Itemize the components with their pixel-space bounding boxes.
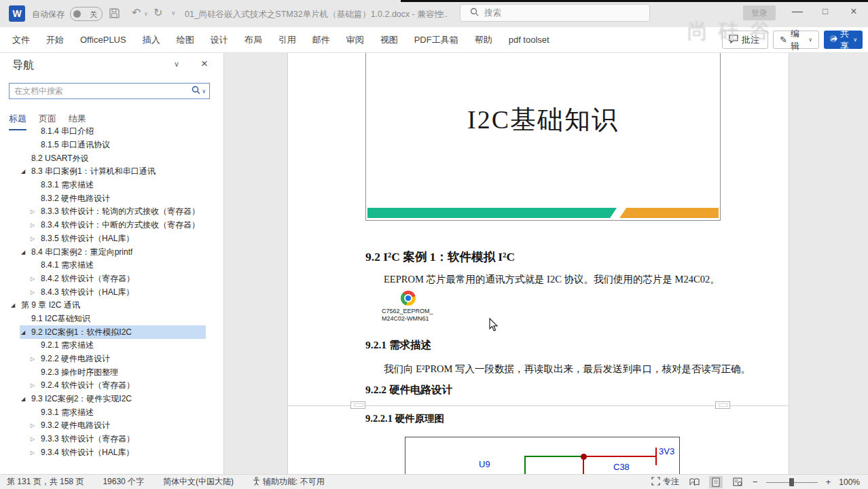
nav-item[interactable]: 9.3.1 需求描述 xyxy=(0,405,224,419)
ribbon-tab[interactable]: 插入 xyxy=(134,27,168,53)
nav-expand-arrow-icon[interactable]: ▷ xyxy=(31,436,41,442)
nav-item[interactable]: 9.2.1 需求描述 xyxy=(0,339,224,352)
ribbon-tab[interactable]: OfficePLUS xyxy=(72,27,134,53)
nav-collapse-arrow-icon[interactable]: ◢ xyxy=(21,168,31,175)
nav-expand-arrow-icon[interactable]: ▷ xyxy=(31,289,41,295)
nav-item[interactable]: ◢9.3 I2C案例2：硬件实现I2C xyxy=(0,393,224,406)
nav-expand-arrow-icon[interactable]: ▷ xyxy=(31,209,41,215)
ribbon-tab[interactable]: 绘图 xyxy=(168,27,202,53)
ribbon-tab[interactable]: 布局 xyxy=(236,27,270,53)
nav-item[interactable]: 8.3.1 需求描述 xyxy=(0,179,224,192)
nav-item[interactable]: ▷9.3.3 软件设计（寄存器） xyxy=(0,433,224,446)
word-app-icon[interactable]: W xyxy=(9,5,25,22)
editing-mode-button[interactable]: ✎ 编辑 ∨ xyxy=(773,31,819,49)
search-input[interactable]: 搜索 xyxy=(460,4,650,22)
title-caret-icon[interactable]: ∨ xyxy=(440,10,445,16)
heading-9-2[interactable]: 9.2 I²C 案例 1：软件模拟 I²C xyxy=(365,249,515,265)
nav-collapse-arrow-icon[interactable]: ◢ xyxy=(11,302,21,308)
read-mode-button[interactable] xyxy=(687,476,701,488)
ribbon-tab[interactable]: 开始 xyxy=(38,27,72,53)
nav-search-input[interactable]: 在文档中搜索 ∨ xyxy=(9,83,210,99)
minimize-button[interactable]: — xyxy=(786,0,809,23)
nav-item-label: 8.3.1 需求描述 xyxy=(41,179,94,191)
nav-item[interactable]: ▷8.4.2 软件设计（寄存器） xyxy=(0,272,224,286)
nav-item[interactable]: ◢8.3 串口案例1：计算机和串口通讯 xyxy=(0,165,224,179)
nav-item[interactable]: 8.1.5 串口通讯协议 xyxy=(0,139,224,152)
login-button[interactable]: 登录 xyxy=(743,5,776,20)
nav-item[interactable]: ▷8.3.4 软件设计：中断的方式接收（寄存器） xyxy=(0,219,224,232)
nav-item[interactable]: 8.3.2 硬件电路设计 xyxy=(0,192,224,205)
nav-item[interactable]: ▷8.4.3 软件设计（HAL库） xyxy=(0,285,224,299)
share-button[interactable]: 共享 ∨ xyxy=(824,31,863,49)
nav-item[interactable]: ▷9.2.4 软件设计（寄存器） xyxy=(0,379,224,393)
nav-search-caret-icon[interactable]: ∨ xyxy=(202,88,206,94)
nav-item[interactable]: ▷8.3.3 软件设计：轮询的方式接收（寄存器） xyxy=(0,205,224,219)
nav-item-label: 8.3.3 软件设计：轮询的方式接收（寄存器） xyxy=(41,206,200,217)
nav-search-icon[interactable] xyxy=(192,85,200,97)
circuit-schematic-image[interactable]: U9 3V3 C38 xyxy=(405,437,680,474)
nav-expand-arrow-icon[interactable]: ▷ xyxy=(31,222,41,228)
print-layout-button[interactable] xyxy=(709,476,723,488)
nav-collapse-icon[interactable]: ∨ xyxy=(174,60,179,69)
nav-item[interactable]: ▷9.3.4 软件设计（HAL库） xyxy=(0,446,224,460)
nav-expand-arrow-icon[interactable]: ▷ xyxy=(31,236,41,242)
ribbon-tab[interactable]: 审阅 xyxy=(338,27,372,53)
paragraph-9-2-1[interactable]: 我们向 E²PROM 写入一段数据，再读取出来，最后发送到串口，核对是否读写正确… xyxy=(384,363,751,376)
comments-button[interactable]: 批注 xyxy=(722,31,768,49)
ribbon-tab[interactable]: 帮助 xyxy=(467,27,501,53)
nav-collapse-arrow-icon[interactable]: ◢ xyxy=(21,329,31,336)
close-button[interactable]: × xyxy=(842,0,865,23)
nav-item[interactable]: 9.2.3 操作时序图整理 xyxy=(0,365,224,379)
nav-item[interactable]: ▷9.2.2 硬件电路设计 xyxy=(0,352,224,366)
page-number-status[interactable]: 第 131 页，共 158 页 xyxy=(7,476,84,488)
autosave-toggle[interactable]: 关 xyxy=(70,7,103,21)
ribbon-tab[interactable]: pdf toolset xyxy=(501,27,558,53)
accessibility-status[interactable]: 辅助功能: 不可用 xyxy=(253,476,325,488)
quick-access-caret-icon[interactable]: ∨ xyxy=(171,10,176,16)
zoom-slider-thumb[interactable] xyxy=(789,478,794,486)
heading-9-2-2[interactable]: 9.2.2 硬件电路设计 xyxy=(365,383,452,397)
nav-close-icon[interactable]: × xyxy=(201,57,208,71)
focus-mode-button[interactable]: 专注 xyxy=(651,476,679,488)
heading-9-2-2-1[interactable]: 9.2.2.1 硬件原理图 xyxy=(365,412,444,425)
nav-expand-arrow-icon[interactable]: ▷ xyxy=(31,422,41,429)
zoom-slider[interactable] xyxy=(766,477,818,487)
redo-icon[interactable]: ↻ xyxy=(153,6,162,19)
undo-icon[interactable]: ↶ xyxy=(132,6,141,19)
zoom-out-button[interactable]: − xyxy=(753,477,758,487)
nav-collapse-arrow-icon[interactable]: ◢ xyxy=(21,249,31,255)
nav-expand-arrow-icon[interactable]: ▷ xyxy=(31,450,41,456)
ribbon-tab[interactable]: 邮件 xyxy=(304,27,338,53)
nav-item[interactable]: ▷8.3.5 软件设计（HAL库） xyxy=(0,232,224,246)
nav-item[interactable]: 8.4.1 需求描述 xyxy=(0,259,224,272)
language-status[interactable]: 简体中文(中国大陆) xyxy=(163,476,234,488)
maximize-button[interactable]: □ xyxy=(814,0,837,23)
word-count-status[interactable]: 19630 个字 xyxy=(103,476,144,488)
ribbon-tab[interactable]: 设计 xyxy=(202,27,236,53)
nav-item[interactable]: ◢9.2 I2C案例1：软件模拟I2C xyxy=(0,325,224,339)
save-icon[interactable] xyxy=(109,7,120,22)
nav-item[interactable]: 8.1.4 串口介绍 xyxy=(0,125,224,139)
document-page[interactable]: I2C基础知识 9.2 I²C 案例 1：软件模拟 I²C EEPROM 芯片最… xyxy=(287,53,789,474)
paragraph-9-2[interactable]: EEPROM 芯片最常用的通讯方式就是 I2C 协议。我们使用的芯片是 M24C… xyxy=(384,273,720,286)
nav-item[interactable]: ▷9.3.2 硬件电路设计 xyxy=(0,419,224,433)
ribbon-tab[interactable]: 文件 xyxy=(4,27,38,53)
embedded-file-object[interactable]: C7562_EEPROM_M24C02-WMN61 xyxy=(382,291,456,323)
nav-item[interactable]: 8.2 USART外设 xyxy=(0,151,224,165)
nav-expand-arrow-icon[interactable]: ▷ xyxy=(31,356,41,362)
slide-image[interactable]: I2C基础知识 xyxy=(365,53,721,221)
ribbon-tab[interactable]: 引用 xyxy=(270,27,304,53)
ribbon-tab[interactable]: 视图 xyxy=(372,27,406,53)
nav-item[interactable]: ◢8.4 串口案例2：重定向printf xyxy=(0,245,224,259)
nav-item[interactable]: ◢第 9 章 I2C 通讯 xyxy=(0,299,224,312)
undo-caret-icon[interactable]: ∨ xyxy=(144,11,148,17)
nav-item[interactable]: 9.1 I2C基础知识 xyxy=(0,312,224,326)
web-layout-button[interactable] xyxy=(731,476,744,488)
nav-expand-arrow-icon[interactable]: ▷ xyxy=(31,276,41,282)
ribbon-tab[interactable]: PDF工具箱 xyxy=(406,27,467,53)
heading-9-2-1[interactable]: 9.2.1 需求描述 xyxy=(365,338,431,352)
zoom-in-button[interactable]: + xyxy=(826,477,831,487)
zoom-level[interactable]: 100% xyxy=(839,477,860,487)
nav-collapse-arrow-icon[interactable]: ◢ xyxy=(21,396,31,402)
nav-expand-arrow-icon[interactable]: ▷ xyxy=(31,382,41,388)
